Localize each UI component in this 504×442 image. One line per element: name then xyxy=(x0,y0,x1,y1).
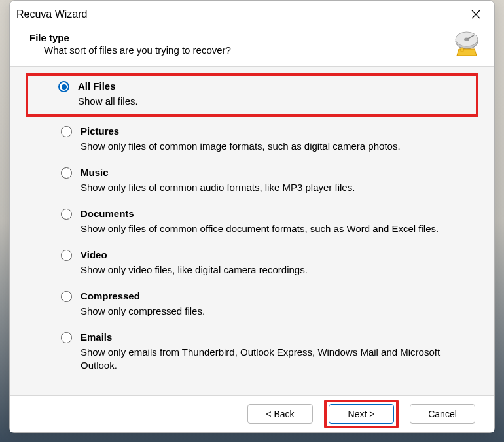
radio-compressed[interactable] xyxy=(61,291,72,302)
option-row: EmailsShow only emails from Thunderbird,… xyxy=(28,327,476,381)
option-description: Show only files of common image formats,… xyxy=(81,140,463,153)
option-description: Show only files of common office documen… xyxy=(81,222,463,235)
radio-pictures[interactable] xyxy=(61,126,72,137)
close-icon xyxy=(471,9,481,20)
option-row: MusicShow only files of common audio for… xyxy=(28,162,476,203)
wizard-footer: < Back Next > Cancel xyxy=(10,396,494,432)
header-description: What sort of files are you trying to rec… xyxy=(44,44,452,56)
option-description: Show all files. xyxy=(78,95,465,108)
option-label[interactable]: Pictures xyxy=(81,125,463,138)
option-description: Show only files of common audio formats,… xyxy=(81,181,463,194)
option-label[interactable]: Compressed xyxy=(81,290,463,303)
next-button-highlight: Next > xyxy=(324,400,399,428)
radio-all-files[interactable] xyxy=(58,81,69,92)
file-type-options: All FilesShow all files.PicturesShow onl… xyxy=(28,73,476,381)
titlebar: Recuva Wizard xyxy=(10,1,494,27)
option-label[interactable]: Music xyxy=(81,166,463,179)
header-text: File type What sort of files are you try… xyxy=(29,32,452,56)
svg-rect-6 xyxy=(461,48,463,52)
option-row: VideoShow only video files, like digital… xyxy=(28,245,476,286)
close-button[interactable] xyxy=(467,5,485,24)
option-row: PicturesShow only files of common image … xyxy=(28,121,476,162)
wizard-header: File type What sort of files are you try… xyxy=(10,27,494,66)
radio-documents[interactable] xyxy=(61,209,72,220)
option-description: Show only video files, like digital came… xyxy=(81,264,463,277)
window-title: Recuva Wizard xyxy=(16,8,87,20)
option-description: Show only compressed files. xyxy=(81,305,463,318)
header-title: File type xyxy=(29,32,452,43)
radio-emails[interactable] xyxy=(61,332,72,343)
hard-drive-icon xyxy=(452,29,481,58)
option-label[interactable]: Documents xyxy=(81,207,463,220)
option-description: Show only emails from Thunderbird, Outlo… xyxy=(81,346,463,372)
wizard-content: All FilesShow all files.PicturesShow onl… xyxy=(10,66,494,396)
wizard-window: Recuva Wizard File type What sort of fil… xyxy=(9,0,495,433)
option-row: All FilesShow all files. xyxy=(26,73,478,117)
back-button[interactable]: < Back xyxy=(247,404,313,424)
option-label[interactable]: Video xyxy=(81,248,463,262)
option-row: DocumentsShow only files of common offic… xyxy=(28,203,476,245)
option-label[interactable]: Emails xyxy=(81,331,463,344)
cancel-button[interactable]: Cancel xyxy=(410,404,475,424)
radio-video[interactable] xyxy=(61,250,72,261)
radio-music[interactable] xyxy=(61,167,72,178)
option-row: CompressedShow only compressed files. xyxy=(28,286,476,327)
next-button[interactable]: Next > xyxy=(329,404,394,424)
option-label[interactable]: All Files xyxy=(78,80,465,93)
